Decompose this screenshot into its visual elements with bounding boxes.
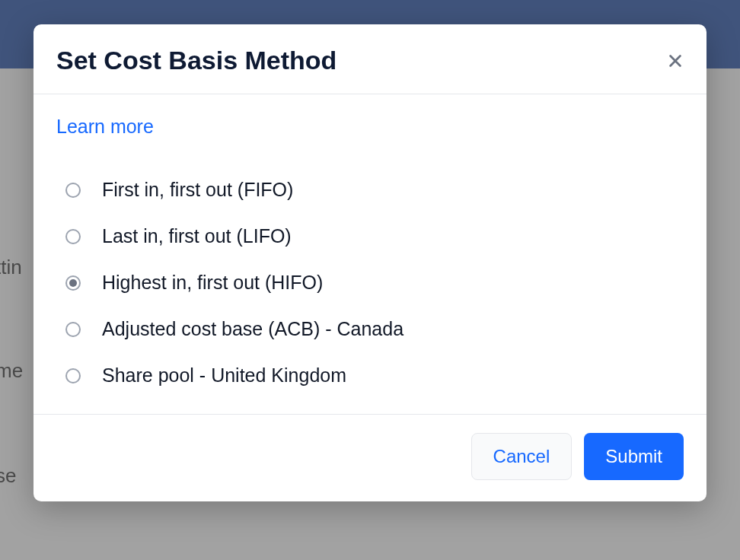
option-lifo[interactable]: Last in, first out (LIFO) — [56, 225, 684, 247]
option-label: Last in, first out (LIFO) — [102, 225, 292, 247]
cost-basis-modal: Set Cost Basis Method Learn more First i… — [33, 24, 707, 501]
radio-icon — [65, 229, 81, 244]
option-label: Highest in, first out (HIFO) — [102, 272, 323, 294]
option-share-pool[interactable]: Share pool - United Kingdom — [56, 364, 684, 387]
modal-overlay[interactable]: Set Cost Basis Method Learn more First i… — [0, 0, 740, 560]
radio-selected-dot — [69, 279, 77, 287]
close-icon[interactable] — [667, 52, 684, 69]
option-label: First in, first out (FIFO) — [102, 179, 293, 201]
option-label: Share pool - United Kingdom — [102, 364, 346, 387]
learn-more-link[interactable]: Learn more — [56, 116, 154, 137]
radio-icon — [65, 275, 81, 291]
option-label: Adjusted cost base (ACB) - Canada — [102, 318, 403, 340]
radio-icon — [65, 322, 81, 337]
cost-basis-options: First in, first out (FIFO) Last in, firs… — [56, 179, 684, 387]
submit-button[interactable]: Submit — [584, 433, 684, 480]
option-hifo[interactable]: Highest in, first out (HIFO) — [56, 272, 684, 294]
modal-footer: Cancel Submit — [33, 414, 707, 501]
radio-icon — [65, 368, 81, 383]
modal-header: Set Cost Basis Method — [33, 24, 707, 94]
modal-body: Learn more First in, first out (FIFO) La… — [33, 94, 707, 414]
radio-icon — [65, 183, 81, 198]
modal-title: Set Cost Basis Method — [56, 46, 337, 75]
option-fifo[interactable]: First in, first out (FIFO) — [56, 179, 684, 201]
option-acb[interactable]: Adjusted cost base (ACB) - Canada — [56, 318, 684, 340]
cancel-button[interactable]: Cancel — [471, 433, 573, 480]
